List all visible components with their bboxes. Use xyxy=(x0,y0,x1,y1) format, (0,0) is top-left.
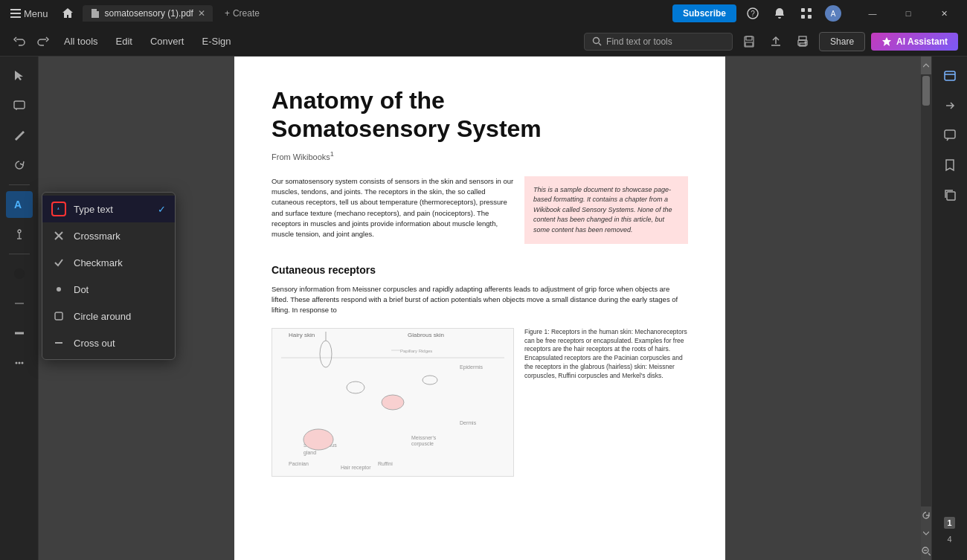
close-button[interactable]: ✕ xyxy=(927,0,961,27)
svg-rect-5 xyxy=(808,15,812,19)
right-panel: 1 4 xyxy=(931,57,967,560)
right-panel-bookmark[interactable] xyxy=(937,152,963,178)
undo-button[interactable] xyxy=(9,31,30,52)
undo-redo-group xyxy=(9,31,54,52)
help-button[interactable]: ? xyxy=(742,3,763,24)
menu-all-tools[interactable]: All tools xyxy=(57,32,106,51)
svg-rect-19 xyxy=(14,101,25,109)
toolbar-divider xyxy=(9,184,30,185)
right-panel-swap[interactable] xyxy=(937,92,963,119)
dropdown-item-type-text[interactable]: A Type text ✓ xyxy=(42,196,175,222)
svg-text:Epidermis: Epidermis xyxy=(460,364,484,370)
svg-marker-18 xyxy=(15,71,23,80)
svg-rect-2 xyxy=(801,8,805,12)
svg-point-49 xyxy=(303,429,333,450)
svg-text:Hair receptor: Hair receptor xyxy=(341,465,371,471)
ai-label: AI Assistant xyxy=(896,36,948,47)
ai-assistant-button[interactable]: AI Assistant xyxy=(871,33,958,51)
svg-rect-62 xyxy=(945,130,955,138)
scroll-up-button[interactable] xyxy=(921,57,931,74)
minimize-button[interactable]: — xyxy=(855,0,890,27)
vertical-scrollbar[interactable] xyxy=(921,57,931,560)
right-panel-comment[interactable] xyxy=(937,122,963,149)
page-number-4[interactable]: 4 xyxy=(944,533,954,545)
scroll-refresh-button[interactable] xyxy=(921,506,931,524)
home-button[interactable] xyxy=(57,3,78,24)
maximize-button[interactable]: □ xyxy=(891,0,925,27)
comment-tool-button[interactable] xyxy=(6,92,33,119)
svg-point-8 xyxy=(594,38,600,44)
svg-rect-12 xyxy=(745,42,753,46)
tab-close-button[interactable]: ✕ xyxy=(198,8,205,19)
dropdown-item-dot[interactable]: Dot xyxy=(42,276,175,303)
pdf-source: From Wikibooks1 xyxy=(272,149,688,163)
scroll-down-button[interactable] xyxy=(921,524,931,542)
menu-edit[interactable]: Edit xyxy=(109,32,140,51)
dropdown-item-circle-around[interactable]: Circle around xyxy=(42,303,175,329)
svg-text:gland: gland xyxy=(303,450,316,456)
apps-button[interactable] xyxy=(796,3,817,24)
svg-text:A: A xyxy=(14,199,22,210)
menu-convert[interactable]: Convert xyxy=(143,32,192,51)
line-thin-button[interactable] xyxy=(6,290,33,317)
dropdown-item-checkmark[interactable]: Checkmark xyxy=(42,249,175,276)
menu-esign[interactable]: E-Sign xyxy=(194,32,238,51)
svg-point-29 xyxy=(18,362,20,364)
svg-text:A: A xyxy=(831,10,836,18)
tab-title: somatosensory (1).pdf xyxy=(105,8,193,19)
dropdown-item-crossmark[interactable]: Crossmark xyxy=(42,222,175,249)
zoom-out-button[interactable] xyxy=(921,542,931,560)
toolbar-divider-2 xyxy=(9,254,30,254)
loop-tool-button[interactable] xyxy=(6,152,33,178)
search-bar[interactable]: Find text or tools xyxy=(584,33,733,51)
page-number-1[interactable]: 1 xyxy=(944,517,954,529)
new-tab-button[interactable]: + Create xyxy=(217,5,267,22)
upload-button[interactable] xyxy=(765,31,786,52)
svg-rect-13 xyxy=(799,36,806,40)
svg-text:A: A xyxy=(57,207,60,210)
dropdown-item-crossmark-label: Crossmark xyxy=(74,231,121,242)
circle-color-button[interactable] xyxy=(6,260,33,287)
select-tool-button[interactable] xyxy=(6,62,33,89)
new-tab-label: Create xyxy=(233,8,260,19)
svg-text:?: ? xyxy=(751,10,755,18)
subscribe-button[interactable]: Subscribe xyxy=(672,4,736,22)
pdf-section-body: Sensory information from Meissner corpus… xyxy=(272,284,688,316)
svg-point-45 xyxy=(382,395,404,410)
svg-rect-11 xyxy=(746,36,752,40)
draw-tool-button[interactable] xyxy=(6,122,33,149)
save-button[interactable] xyxy=(739,31,759,52)
scroll-thumb[interactable] xyxy=(922,76,930,106)
menu-button[interactable]: Menu xyxy=(6,5,53,22)
dropdown-item-circle-around-label: Circle around xyxy=(74,311,131,322)
right-panel-layers[interactable] xyxy=(937,62,963,89)
circle-around-icon xyxy=(51,309,66,324)
line-thick-button[interactable] xyxy=(6,320,33,347)
svg-line-9 xyxy=(599,43,601,45)
svg-text:Pacinian: Pacinian xyxy=(289,461,309,466)
title-bar-left: Menu somatosensory (1).pdf ✕ + Create xyxy=(6,3,668,24)
search-placeholder: Find text or tools xyxy=(606,36,672,47)
svg-point-34 xyxy=(57,287,61,292)
check-icon: ✓ xyxy=(158,204,166,215)
dropdown-item-cross-out[interactable]: Cross out xyxy=(42,329,175,356)
eyedropper-tool-button[interactable] xyxy=(6,221,33,248)
menu-bar-right: Find text or tools Share AI Assistant xyxy=(584,31,958,52)
svg-text:Glabrous skin: Glabrous skin xyxy=(408,332,444,338)
dropdown-item-type-text-label: Type text xyxy=(74,204,113,215)
more-tools-button[interactable] xyxy=(6,350,33,376)
cross-out-icon xyxy=(51,335,66,350)
avatar[interactable]: A xyxy=(823,3,844,24)
right-panel-copy[interactable] xyxy=(937,181,963,208)
notification-button[interactable] xyxy=(769,3,790,24)
pdf-page[interactable]: Anatomy of theSomatosensory System From … xyxy=(234,57,725,560)
share-button[interactable]: Share xyxy=(819,32,865,51)
print-button[interactable] xyxy=(792,31,813,52)
document-tab[interactable]: somatosensory (1).pdf ✕ xyxy=(83,5,213,22)
main-layout: A A Type text ✓ xyxy=(0,57,967,560)
type-tool-button[interactable]: A xyxy=(6,191,33,218)
svg-marker-17 xyxy=(882,37,891,46)
redo-button[interactable] xyxy=(33,31,54,52)
svg-text:Ruffini: Ruffini xyxy=(378,461,393,466)
svg-text:corpuscle: corpuscle xyxy=(411,441,434,447)
